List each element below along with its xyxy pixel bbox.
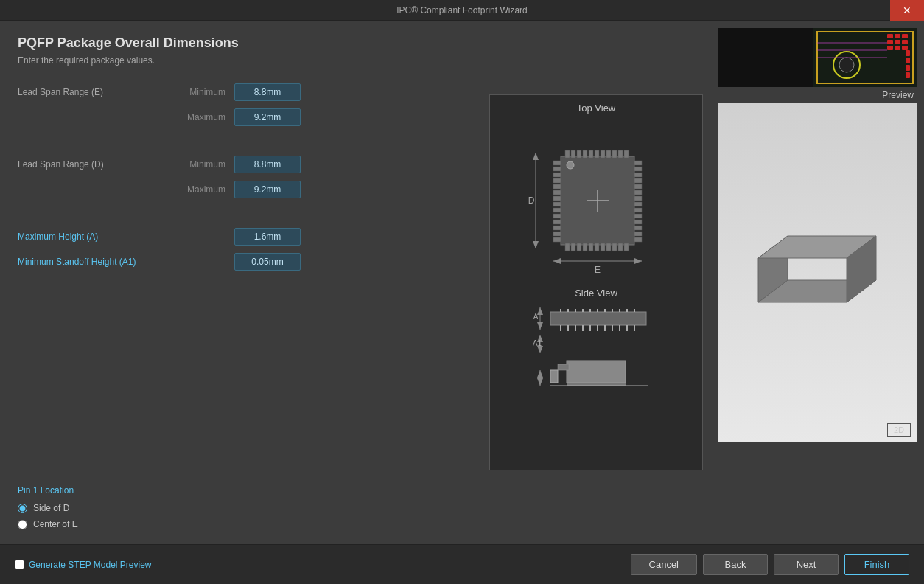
svg-rect-95 [567,383,626,386]
close-button[interactable]: ✕ [890,0,924,21]
lead-span-d-max-input[interactable] [234,181,301,198]
svg-rect-22 [624,150,629,158]
lead-span-d-min-input[interactable] [234,156,301,173]
main-content: PQFP Package Overall Dimensions Enter th… [0,21,924,544]
svg-marker-98 [537,370,543,378]
diagram-box: Top View D E [489,94,703,470]
radio-center-e-input[interactable] [18,520,27,529]
lead-span-d-max-label: Maximum [174,184,225,195]
max-height-row: Maximum Height (A) [18,228,464,246]
svg-rect-34 [553,161,561,165]
svg-rect-110 [887,46,893,50]
lead-span-e-min-row: Lead Span Range (E) Minimum [18,83,464,101]
side-view-title: Side View [575,288,617,299]
back-underline: B [725,559,732,570]
svg-rect-112 [902,46,908,50]
svg-rect-31 [612,243,617,251]
min-standoff-row: Minimum Standoff Height (A1) [18,253,464,271]
svg-rect-104 [887,34,893,38]
form-section: Lead Span Range (E) Minimum Maximum Lead… [18,83,464,271]
radio-center-e[interactable]: Center of E [18,519,464,529]
svg-rect-48 [634,161,642,165]
svg-rect-37 [553,178,561,183]
svg-rect-16 [589,150,593,158]
svg-rect-108 [895,40,900,44]
svg-rect-38 [553,184,561,189]
svg-rect-40 [553,196,561,201]
svg-rect-26 [583,243,587,251]
generate-step-checkbox-area: Generate STEP Model Preview [15,560,152,570]
svg-rect-116 [906,58,910,63]
svg-point-114 [839,58,854,72]
next-button[interactable]: Next [774,554,839,575]
max-height-input[interactable] [234,228,301,246]
lead-span-e-min-input[interactable] [234,83,301,101]
center-panel: Top View D E [482,21,710,544]
page-subtitle: Enter the required package values. [18,55,464,66]
svg-rect-23 [565,243,570,251]
svg-rect-18 [601,150,605,158]
svg-rect-17 [595,150,599,158]
svg-rect-58 [634,220,642,224]
svg-rect-66 [550,312,646,325]
pcb-preview-image [718,28,917,87]
finish-button[interactable]: Finish [844,554,909,575]
window-title: IPC® Compliant Footprint Wizard [396,5,528,15]
svg-rect-30 [606,243,611,251]
svg-rect-94 [558,364,569,370]
svg-marker-64 [537,322,543,330]
button-group: Cancel Back Next Finish [631,554,909,575]
svg-rect-35 [553,167,561,171]
svg-rect-49 [634,167,642,171]
svg-rect-15 [583,150,587,158]
svg-rect-33 [624,243,629,251]
svg-rect-13 [571,150,575,158]
lead-span-e-max-row: Maximum [18,108,464,126]
radio-side-d-input[interactable] [18,504,27,513]
page-title: PQFP Package Overall Dimensions [18,35,464,51]
generate-step-checkbox[interactable] [15,560,24,569]
svg-rect-118 [906,72,910,78]
radio-side-d-label: Side of D [33,503,69,513]
cancel-button[interactable]: Cancel [631,554,697,575]
lead-span-d-max-row: Maximum [18,181,464,198]
min-standoff-input[interactable] [234,253,301,271]
lead-span-e-max-input[interactable] [234,108,301,126]
svg-rect-45 [553,226,561,230]
svg-marker-2 [533,241,539,248]
pin-location-label: Pin 1 Location [18,485,464,496]
lead-span-d-min-row: Lead Span Range (D) Minimum [18,156,464,173]
svg-rect-24 [571,243,575,251]
3d-chip-svg [729,214,906,332]
max-height-label: Maximum Height (A) [18,232,165,242]
svg-text:D: D [528,195,535,206]
right-panel: Preview 2D [710,21,924,544]
svg-rect-25 [577,243,581,251]
svg-rect-109 [902,40,908,44]
svg-rect-43 [553,214,561,218]
radio-center-e-label: Center of E [33,519,78,529]
svg-rect-19 [606,150,611,158]
radio-side-d[interactable]: Side of D [18,503,464,513]
svg-rect-107 [887,40,893,44]
svg-rect-32 [618,243,623,251]
svg-rect-29 [601,243,605,251]
svg-rect-39 [553,190,561,195]
svg-rect-14 [577,150,581,158]
svg-rect-36 [553,173,561,177]
svg-rect-60 [634,232,642,236]
next-underline: N [797,559,803,570]
svg-rect-20 [612,150,617,158]
svg-text:A1: A1 [533,339,542,347]
2d-toggle-button[interactable]: 2D [887,423,911,437]
svg-text:E: E [595,265,601,275]
svg-rect-51 [634,178,642,183]
svg-rect-12 [565,150,570,158]
svg-rect-42 [553,208,561,212]
back-button[interactable]: Back [703,554,768,575]
svg-marker-99 [537,378,543,386]
radio-group: Side of D Center of E [18,503,464,529]
svg-marker-1 [533,153,539,160]
lead-span-e-max-label: Maximum [174,112,225,122]
bottom-bar: Generate STEP Model Preview Cancel Back … [0,544,924,584]
